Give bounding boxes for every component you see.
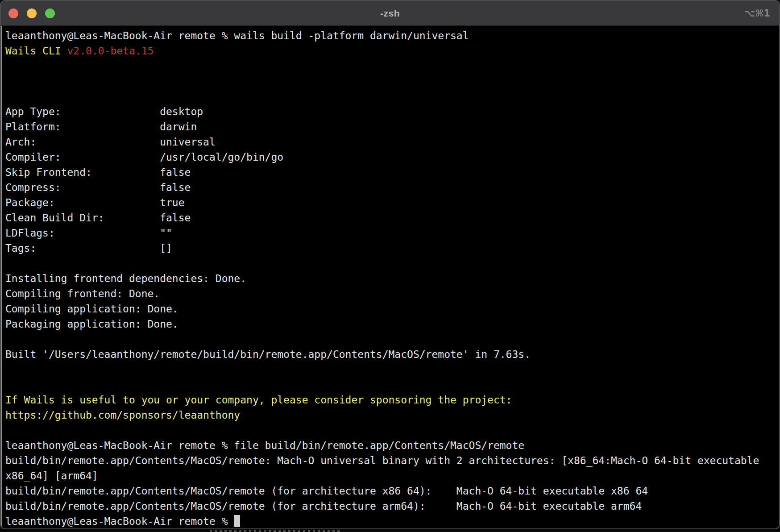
terminal-text: Compiler: /usr/local/go/bin/go [5,151,283,163]
terminal-text: v2.0.0-beta.15 [67,45,154,57]
terminal-text: Arch: universal [5,136,216,148]
terminal-text: Platform: darwin [5,121,197,133]
terminal-line: leaanthony@Leas-MacBook-Air remote % wai… [5,28,776,43]
terminal-line: Installing frontend dependencies: Done. [5,271,776,286]
text-cursor [234,515,240,527]
terminal-line: App Type: desktop [5,104,776,119]
terminal-line: build/bin/remote.app/Contents/MacOS/remo… [5,499,776,514]
terminal-text: Compiling frontend: Done. [5,288,160,299]
terminal-line: https://github.com/sponsors/leaanthony [5,407,776,423]
terminal-line: build/bin/remote.app/Contents/MacOS/remo… [5,453,776,468]
terminal-text: https://github.com/sponsors/leaanthony [5,409,240,421]
terminal-text: build/bin/remote.app/Contents/MacOS/remo… [5,485,648,497]
window-title: -zsh [1,8,779,19]
terminal-line [5,423,776,438]
terminal-line: If Wails is useful to you or your compan… [5,392,776,407]
terminal-line [5,58,776,74]
terminal-line: Platform: darwin [5,119,776,134]
terminal-line: Compiling application: Done. [5,301,776,316]
terminal-text: build/bin/remote.app/Contents/MacOS/remo… [5,500,642,512]
terminal-text: x86_64] [arm64] [5,470,98,482]
minimize-button[interactable] [27,8,37,18]
terminal-line [5,332,776,347]
terminal-text: Packaging application: Done. [5,318,178,330]
terminal-line: LDFlags: "" [5,225,776,241]
terminal-text: Compress: false [5,182,191,193]
terminal-text: Tags: [] [5,242,172,254]
terminal-text: Clean Build Dir: false [5,212,191,224]
terminal-line: Arch: universal [5,134,776,150]
terminal-text: Wails CLI [5,45,67,57]
terminal-line: Wails CLI v2.0.0-beta.15 [5,43,776,58]
terminal-text: leaanthony@Leas-MacBook-Air remote % [5,515,234,527]
terminal-line: Packaging application: Done. [5,316,776,332]
terminal-line: x86_64] [arm64] [5,468,776,483]
terminal-line: build/bin/remote.app/Contents/MacOS/remo… [5,483,776,499]
terminal-text: build/bin/remote.app/Contents/MacOS/remo… [5,455,759,466]
terminal-line: leaanthony@Leas-MacBook-Air remote % [5,514,776,529]
terminal-line [5,377,776,392]
terminal-text: Built '/Users/leaanthony/remote/build/bi… [5,349,531,360]
terminal-text: App Type: desktop [5,106,203,117]
terminal-line: Compiling frontend: Done. [5,286,776,301]
terminal-line: leaanthony@Leas-MacBook-Air remote % fil… [5,438,776,453]
terminal-text: leaanthony@Leas-MacBook-Air remote % wai… [5,30,469,42]
terminal-text: If Wails is useful to you or your compan… [5,394,512,406]
terminal-text: Package: true [5,197,185,208]
terminal-line: Built '/Users/leaanthony/remote/build/bi… [5,347,776,362]
terminal-text: LDFlags: "" [5,227,172,239]
terminal-line [5,256,776,271]
terminal-text: leaanthony@Leas-MacBook-Air remote % fil… [5,440,524,451]
close-button[interactable] [8,8,18,18]
terminal-text: Skip Frontend: false [5,166,191,178]
terminal-window: -zsh ⌥⌘1 leaanthony@Leas-MacBook-Air rem… [0,0,780,529]
terminal-line: Compress: false [5,180,776,195]
desktop-background-strip [0,529,780,532]
terminal-text: Installing frontend dependencies: Done. [5,273,246,284]
zoom-button[interactable] [45,8,55,18]
terminal-text: Compiling application: Done. [5,303,178,315]
terminal-line: Clean Build Dir: false [5,210,776,225]
titlebar[interactable]: -zsh ⌥⌘1 [1,1,779,26]
tab-shortcut-icon: ⌥⌘1 [744,1,770,26]
terminal-line: Tags: [] [5,241,776,256]
terminal-line: Compiler: /usr/local/go/bin/go [5,150,776,165]
terminal-line [5,74,776,89]
terminal-line: Skip Frontend: false [5,165,776,180]
terminal-line [5,362,776,377]
terminal-output[interactable]: leaanthony@Leas-MacBook-Air remote % wai… [1,26,779,529]
background-clutter [210,530,341,532]
traffic-lights [8,1,55,26]
terminal-line: Package: true [5,195,776,210]
terminal-line [5,89,776,104]
